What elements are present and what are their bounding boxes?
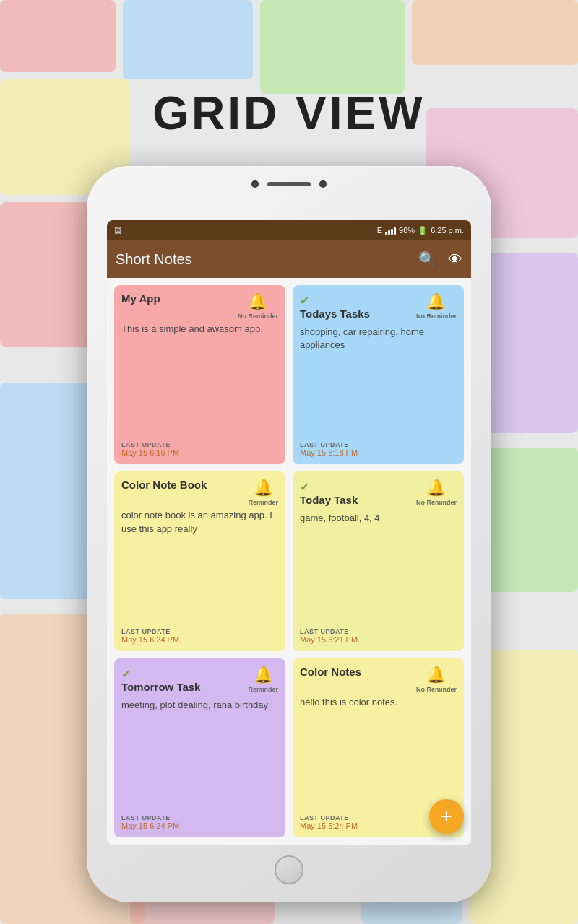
status-bar: 🖼 E 98% 🔋 6:25 p.m. [107, 220, 471, 240]
view-toggle-icon[interactable]: 👁 [448, 251, 462, 268]
note-card-5[interactable]: ✔ Tomorrow Task 🔔 Reminder meeting, plot… [114, 658, 285, 837]
camera-dot-2 [319, 180, 327, 188]
note-3-bell-icon: 🔔 [254, 479, 273, 497]
note-1-top: My App 🔔 No Reminder [121, 292, 278, 320]
note-card-2[interactable]: ✔ Todays Tasks 🔔 No Reminder shopping, c… [293, 285, 464, 464]
note-1-bell-area: 🔔 No Reminder [238, 292, 278, 320]
note-1-update-value: May 15 6:16 PM [121, 448, 278, 457]
note-2-top: ✔ Todays Tasks 🔔 No Reminder [300, 292, 457, 323]
toolbar-icons: 🔍 👁 [418, 250, 462, 268]
note-3-title: Color Note Book [121, 479, 207, 491]
speaker-bar [267, 182, 311, 186]
note-2-body: shopping, car repairing, home appliances [300, 326, 457, 437]
note-3-update-value: May 15 6:24 PM [121, 635, 278, 644]
status-bar-right: E 98% 🔋 6:25 p.m. [377, 226, 464, 235]
note-6-title: Color Notes [300, 666, 361, 678]
note-2-update-value: May 15 6:18 PM [300, 448, 457, 457]
note-4-update-label: LAST UPDATE [300, 628, 457, 635]
note-5-update-value: May 15 6:24 PM [121, 821, 278, 830]
signal-bar-2 [388, 230, 390, 235]
note-3-reminder: Reminder [248, 499, 278, 506]
note-2-bell-area: 🔔 No Reminder [416, 292, 457, 320]
note-2-check-icon: ✔ [300, 294, 370, 308]
note-5-body: meeting, plot dealing, rana birthday [121, 699, 278, 810]
note-card-1[interactable]: My App 🔔 No Reminder This is a simple an… [114, 285, 285, 464]
fab-add-button[interactable]: + [429, 799, 464, 834]
note-card-4[interactable]: ✔ Today Task 🔔 No Reminder game, footbal… [293, 471, 464, 650]
note-2-update-label: LAST UPDATE [300, 441, 457, 448]
note-card-3[interactable]: Color Note Book 🔔 Reminder color note bo… [114, 471, 285, 650]
bg-note-2 [123, 0, 253, 79]
phone-shell: 🖼 E 98% 🔋 6:25 p.m. Short Notes [87, 166, 491, 902]
note-6-body: hello this is color notes. [300, 696, 457, 810]
bg-note-7 [0, 202, 101, 346]
note-1-reminder: No Reminder [238, 313, 278, 320]
note-4-check-icon: ✔ [300, 480, 358, 494]
grid-view-label: GRID VIEW [0, 87, 578, 140]
bg-note-4 [412, 0, 578, 65]
note-5-reminder: Reminder [248, 686, 278, 693]
time-display: 6:25 p.m. [431, 226, 464, 235]
phone: 🖼 E 98% 🔋 6:25 p.m. Short Notes [87, 166, 491, 902]
phone-screen: 🖼 E 98% 🔋 6:25 p.m. Short Notes [107, 220, 471, 845]
bg-note-1 [0, 0, 116, 72]
note-6-top: Color Notes 🔔 No Reminder [300, 666, 457, 693]
note-4-bell-icon: 🔔 [426, 479, 446, 497]
signal-bar-4 [394, 227, 396, 235]
note-1-bell-icon: 🔔 [248, 292, 267, 311]
note-5-bell-icon: 🔔 [254, 666, 273, 684]
note-1-body: This is a simple and awasom app. [121, 323, 278, 437]
note-1-update-label: LAST UPDATE [121, 441, 278, 448]
note-4-body: game, football, 4, 4 [300, 512, 457, 623]
note-4-top: ✔ Today Task 🔔 No Reminder [300, 479, 457, 509]
note-5-title: Tomorrow Task [121, 681, 200, 693]
note-3-update-label: LAST UPDATE [121, 628, 278, 635]
note-5-top: ✔ Tomorrow Task 🔔 Reminder [121, 666, 278, 696]
note-6-bell-area: 🔔 No Reminder [416, 666, 457, 693]
note-4-title: Today Task [300, 494, 358, 506]
signal-bars [385, 226, 396, 235]
note-3-top: Color Note Book 🔔 Reminder [121, 479, 278, 506]
search-icon[interactable]: 🔍 [418, 250, 436, 268]
note-6-reminder: No Reminder [416, 686, 457, 693]
note-5-bell-area: 🔔 Reminder [248, 666, 278, 693]
note-4-update-value: May 15 6:21 PM [300, 635, 457, 644]
note-4-reminder: No Reminder [416, 499, 457, 506]
note-4-bell-area: 🔔 No Reminder [416, 479, 457, 506]
note-5-update-label: LAST UPDATE [121, 814, 278, 821]
bg-note-3 [260, 0, 405, 94]
signal-bar-3 [391, 229, 393, 235]
note-6-bell-icon: 🔔 [426, 666, 446, 684]
battery-percent: 98% [399, 226, 415, 235]
signal-bar-1 [385, 232, 387, 235]
phone-camera-area [251, 180, 327, 188]
note-2-reminder: No Reminder [416, 313, 457, 320]
app-title: Short Notes [116, 251, 418, 268]
signal-type: E [377, 226, 382, 235]
home-button[interactable] [275, 855, 303, 884]
note-2-bell-icon: 🔔 [426, 292, 446, 311]
camera-dot-1 [251, 180, 259, 188]
note-3-body: color note book is an amazing app. I use… [121, 509, 278, 623]
note-2-title: Todays Tasks [300, 308, 370, 320]
note-3-bell-area: 🔔 Reminder [248, 479, 278, 506]
app-toolbar: Short Notes 🔍 👁 [107, 240, 471, 278]
status-notification-icon: 🖼 [114, 227, 121, 235]
notes-grid: My App 🔔 No Reminder This is a simple an… [107, 278, 471, 845]
note-5-check-icon: ✔ [121, 667, 200, 681]
battery-icon: 🔋 [418, 226, 428, 235]
note-1-title: My App [121, 292, 160, 305]
